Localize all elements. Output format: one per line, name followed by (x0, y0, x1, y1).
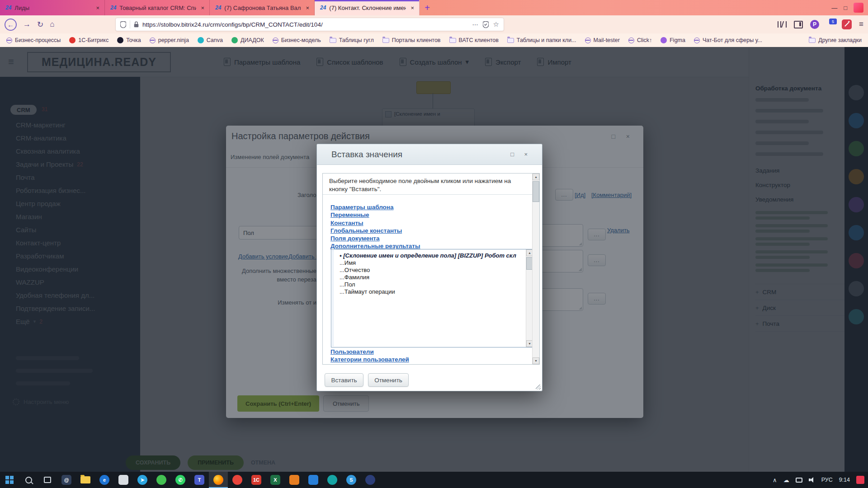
taskbar-app-icon[interactable]: ➤ (133, 472, 152, 488)
bookmark-item[interactable]: Бизнес-модель (273, 37, 321, 43)
permissions-shield-icon[interactable] (483, 21, 489, 28)
tracking-protection-shield-icon[interactable] (120, 21, 126, 28)
tree-item[interactable]: ...Имя (340, 259, 518, 267)
network-icon[interactable] (796, 478, 802, 483)
taskbar-app-icon[interactable] (114, 472, 133, 488)
tab-close-icon[interactable]: × (304, 5, 311, 11)
modal-close-icon[interactable]: × (524, 151, 528, 158)
browser-menu-icon[interactable]: ≡ (859, 20, 863, 29)
insert-button[interactable]: Вставить (325, 373, 363, 387)
bookmark-item[interactable]: Бизнес-процессы (6, 37, 61, 43)
library-icon[interactable] (778, 21, 787, 28)
bookmark-item[interactable]: Порталы клиентов (382, 37, 441, 43)
scroll-up-icon[interactable]: ▴ (533, 174, 539, 180)
forward-button[interactable]: → (23, 20, 31, 29)
scrollbar-thumb[interactable] (533, 181, 539, 202)
field-group-link[interactable]: Пользователи (330, 348, 409, 356)
field-group-link[interactable]: Переменные (330, 211, 420, 219)
browser-tab[interactable]: 24 (7) Контакт. Склонение имени × (315, 0, 420, 15)
field-group-link[interactable]: Глобальные константы (330, 227, 420, 235)
volume-icon[interactable] (809, 477, 815, 483)
bookmark-item[interactable]: Точка (117, 37, 141, 43)
tree-item[interactable]: ...Таймаут операции (340, 288, 518, 296)
page-actions-icon[interactable]: ⋯ (472, 21, 478, 28)
bookmark-item[interactable]: ДИАДОК (231, 37, 264, 43)
taskbar-app-icon[interactable] (285, 472, 304, 488)
taskbar-app-icon[interactable]: 1С (247, 472, 266, 488)
new-tab-button[interactable]: + (420, 0, 435, 15)
bookmark-item[interactable]: ВАТС клиентов (449, 37, 499, 43)
resize-grip[interactable] (536, 385, 541, 389)
language-indicator[interactable]: РУС (821, 477, 833, 483)
url-text[interactable]: https://stolbov.bitrix24.ru/crm/configs/… (142, 21, 472, 28)
app-icon: S (346, 475, 356, 485)
modal-maximize-icon[interactable]: □ (510, 151, 514, 158)
modal-cancel-button[interactable]: Отменить (368, 373, 409, 387)
tree-item[interactable]: • [Склонение имен и определение пола] [B… (340, 252, 518, 259)
taskbar-app-icon[interactable]: @ (57, 472, 76, 488)
action-center-icon[interactable] (856, 476, 864, 484)
taskbar-app-icon[interactable] (228, 472, 247, 488)
bookmark-item[interactable]: Чат-Бот для сферы у... (694, 37, 762, 43)
taskbar-app-icon[interactable] (361, 472, 380, 488)
tree-item-label: ...Отчество (340, 267, 370, 273)
field-group-link[interactable]: Поля документа (330, 235, 420, 242)
profile-icon[interactable]: P (810, 20, 819, 29)
urlbar-divider (130, 20, 130, 28)
tray-chevron-up-icon[interactable]: ∧ (773, 477, 777, 483)
browser-tab[interactable]: 24 Лиды × (0, 0, 105, 15)
tab-close-icon[interactable]: × (94, 5, 101, 11)
taskbar-app-icon[interactable] (76, 472, 95, 488)
scroll-down-icon[interactable]: ▾ (533, 357, 539, 364)
taskbar-app-icon[interactable]: ✆ (171, 472, 190, 488)
taskbar-app-icon[interactable]: T (190, 472, 209, 488)
panel-scrollbar[interactable]: ▴ ▾ (532, 174, 539, 364)
taskbar-app-icon[interactable] (0, 472, 19, 488)
reload-button[interactable]: ↻ (37, 20, 43, 29)
taskbar-app-icon[interactable] (209, 472, 228, 488)
sidebar-toggle-icon[interactable] (794, 21, 803, 28)
tab-close-icon[interactable]: × (409, 5, 415, 11)
taskbar-app-icon[interactable] (152, 472, 171, 488)
bookmark-item[interactable]: Таблицы и папки кли... (507, 37, 576, 43)
tree-item[interactable]: ...Пол (340, 281, 518, 288)
taskbar-app-icon[interactable] (304, 472, 323, 488)
home-button[interactable]: ⌂ (50, 20, 54, 29)
bookmark-item[interactable]: pepper.ninja (150, 37, 189, 43)
taskbar-app-icon[interactable]: S (342, 472, 361, 488)
extension-pin-icon[interactable]: 5 (826, 20, 835, 28)
taskbar-app-icon[interactable] (19, 472, 38, 488)
bookmark-item[interactable]: 1С-Битрикс (69, 37, 108, 43)
bookmark-item[interactable]: Figma (660, 37, 685, 43)
back-button[interactable]: ← (5, 19, 17, 31)
window-maximize-button[interactable]: □ (844, 5, 847, 11)
screenshot-extension-icon[interactable] (842, 19, 852, 29)
tab-close-icon[interactable]: × (199, 5, 206, 11)
taskbar-app-icon[interactable]: X (266, 472, 285, 488)
browser-tab[interactable]: 24 (7) Сафронова Татьяна Вален × (210, 0, 315, 15)
tree-item[interactable]: ...Отчество (340, 267, 518, 274)
bookmark-item[interactable]: Mail-tester (585, 37, 620, 43)
window-close-button[interactable] (854, 3, 863, 13)
bookmark-item[interactable]: Click↑ (628, 37, 652, 43)
bookmark-star-icon[interactable]: ☆ (493, 20, 499, 28)
onedrive-cloud-icon[interactable]: ☁ (783, 477, 789, 483)
taskbar-app-icon[interactable]: e (95, 472, 114, 488)
field-group-link[interactable]: Категории пользователей (330, 356, 409, 363)
bookmark-label: Таблицы гугл (339, 37, 374, 43)
field-group-link[interactable]: Константы (330, 219, 420, 227)
results-listbox[interactable]: • [Склонение имен и определение пола] [B… (331, 249, 533, 347)
browser-tab[interactable]: 24 Товарный каталог CRM: Спис × (105, 0, 210, 15)
other-bookmarks[interactable]: Другие закладки (809, 37, 862, 43)
taskbar-app-icon[interactable] (38, 472, 57, 488)
url-bar[interactable]: https://stolbov.bitrix24.ru/crm/configs/… (115, 18, 504, 31)
navbar-right-icons: P 5 ≡ (778, 15, 863, 33)
clock[interactable]: 9:14 (839, 477, 850, 483)
window-minimize-button[interactable]: — (831, 5, 837, 11)
field-group-link[interactable]: Параметры шаблона (330, 203, 420, 211)
taskbar-app-icon[interactable] (323, 472, 342, 488)
tree-item[interactable]: ...Фамилия (340, 274, 518, 281)
bookmark-favicon (382, 38, 389, 43)
bookmark-item[interactable]: Таблицы гугл (330, 37, 374, 43)
bookmark-item[interactable]: Canva (198, 37, 223, 43)
